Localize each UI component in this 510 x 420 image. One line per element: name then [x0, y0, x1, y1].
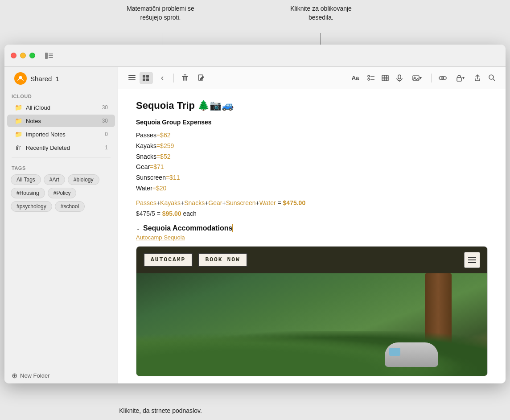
plus-icon: ⊕: [12, 371, 17, 380]
back-button[interactable]: ‹: [156, 72, 169, 84]
group-expenses-label: Sequoia Group Expenses: [136, 119, 488, 126]
svg-rect-22: [382, 75, 388, 81]
svg-rect-0: [45, 53, 48, 59]
search-button[interactable]: [485, 72, 498, 84]
icloud-section-header: iCloud: [4, 90, 118, 101]
autocamp-link[interactable]: Autocamp Sequoia: [136, 234, 488, 241]
tag-all-tags[interactable]: All Tags: [11, 174, 41, 185]
tag-biology[interactable]: #biology: [68, 174, 99, 185]
svg-rect-3: [49, 57, 53, 58]
all-icloud-count: 30: [102, 104, 108, 111]
sidebar-item-notes[interactable]: 📁 Notes 30: [7, 115, 115, 127]
svg-rect-11: [146, 78, 149, 81]
audio-button[interactable]: [393, 72, 406, 84]
tags-grid: All Tags #Art #biology #Housing #Policy …: [9, 173, 113, 213]
svg-rect-2: [49, 55, 53, 56]
expense-snacks: Snacks=$52: [136, 152, 488, 162]
tag-housing[interactable]: #Housing: [11, 188, 45, 198]
trash-icon: 🗑: [14, 144, 22, 151]
hamburger-menu-button[interactable]: [464, 252, 480, 268]
grid-view-button[interactable]: [140, 72, 153, 84]
expense-passes: Passes=$62: [136, 130, 488, 141]
tooltip-math: Matematični problemi se rešujejo sproti.: [116, 4, 205, 22]
tooltip-format: Kliknite za oblikovanje besedila.: [281, 4, 361, 22]
svg-rect-27: [398, 75, 401, 79]
airstream-trailer: [385, 342, 438, 367]
website-header: AUTOCAMP BOOK NOW: [136, 247, 487, 273]
folder-icon: 📁: [14, 104, 22, 111]
shared-label: Shared: [30, 75, 52, 82]
sidebar-toggle-button[interactable]: [44, 51, 54, 61]
main-area: Shared 1 iCloud 📁 All iCloud 30 📁 Notes …: [4, 67, 506, 383]
share-button[interactable]: [471, 72, 484, 84]
tag-school[interactable]: #school: [55, 201, 85, 212]
collapse-chevron-icon[interactable]: ⌄: [136, 225, 140, 231]
svg-rect-16: [186, 76, 187, 81]
svg-rect-5: [128, 75, 136, 76]
recently-deleted-label: Recently Deleted: [26, 144, 101, 151]
sidebar-divider: [12, 157, 111, 157]
notes-label: Notes: [26, 118, 99, 124]
minimize-button[interactable]: [20, 53, 26, 58]
title-bar: [4, 45, 506, 67]
media-button[interactable]: ▾: [407, 72, 427, 84]
list-view-button[interactable]: [125, 72, 139, 84]
sidebar: Shared 1 iCloud 📁 All iCloud 30 📁 Notes …: [4, 67, 118, 383]
hamburger-line-3: [468, 262, 476, 263]
format-group: Aa: [347, 72, 427, 84]
svg-rect-9: [146, 75, 149, 78]
toolbar: ‹: [118, 67, 506, 89]
format-text-button[interactable]: Aa: [347, 72, 363, 84]
accommodations-section-header: ⌄ Sequoia Accommodations: [136, 224, 488, 232]
svg-point-33: [489, 75, 494, 79]
tags-title: Tags: [9, 164, 113, 173]
recently-deleted-count: 1: [105, 144, 108, 151]
math-per-result: $475/5 = $95.00 each: [136, 210, 488, 217]
book-now-button[interactable]: BOOK NOW: [198, 253, 247, 267]
toolbar-separator-2: [431, 74, 432, 82]
checklist-button[interactable]: [364, 72, 378, 84]
svg-rect-13: [184, 74, 186, 75]
svg-rect-32: [457, 78, 461, 81]
svg-point-18: [368, 75, 370, 77]
lock-button[interactable]: ▾: [450, 72, 470, 84]
view-toggle-group: [125, 72, 153, 84]
note-title: Sequoia Trip 🌲📷🚙: [136, 100, 488, 111]
tag-art[interactable]: #Art: [44, 174, 65, 185]
expense-sunscreen: Sunscreen=$11: [136, 173, 488, 183]
svg-line-34: [493, 79, 495, 81]
hamburger-line-2: [468, 259, 476, 260]
imported-notes-count: 0: [105, 131, 108, 137]
svg-rect-7: [128, 79, 136, 80]
imported-notes-label: Imported Notes: [26, 131, 101, 138]
expense-kayaks: Kayaks=$259: [136, 141, 488, 152]
sidebar-item-recently-deleted[interactable]: 🗑 Recently Deleted 1: [7, 141, 115, 154]
note-content-area[interactable]: Sequoia Trip 🌲📷🚙 Sequoia Group Expenses …: [118, 89, 506, 383]
svg-rect-14: [183, 76, 184, 81]
sidebar-item-shared[interactable]: Shared 1: [7, 68, 115, 89]
svg-rect-6: [128, 77, 136, 78]
sidebar-item-all-icloud[interactable]: 📁 All iCloud 30: [7, 101, 115, 114]
table-button[interactable]: [378, 72, 392, 84]
svg-rect-8: [143, 75, 145, 78]
hamburger-line-1: [468, 257, 476, 258]
website-image: [136, 273, 487, 376]
math-sum-result: Passes+Kayaks+Snacks+Gear+Sunscreen+Wate…: [136, 199, 488, 206]
expense-gear: Gear=$71: [136, 162, 488, 173]
shared-icon: [14, 72, 27, 85]
delete-button[interactable]: [178, 72, 192, 84]
link-button[interactable]: [436, 72, 449, 84]
compose-button[interactable]: [194, 72, 208, 84]
autocamp-logo: AUTOCAMP: [144, 253, 193, 267]
notes-count: 30: [102, 118, 108, 124]
shared-count: 1: [55, 75, 59, 82]
new-folder-button[interactable]: ⊕ New Folder: [4, 368, 118, 383]
close-button[interactable]: [11, 53, 16, 58]
tooltip-collapse: Kliknite, da strnete podnaslov.: [116, 407, 205, 416]
sidebar-item-imported-notes[interactable]: 📁 Imported Notes 0: [7, 128, 115, 140]
maximize-button[interactable]: [29, 53, 35, 58]
new-folder-label: New Folder: [20, 372, 49, 379]
tag-policy[interactable]: #Policy: [48, 188, 77, 198]
svg-rect-1: [49, 54, 53, 54]
tag-psychology[interactable]: #psychology: [11, 201, 52, 212]
